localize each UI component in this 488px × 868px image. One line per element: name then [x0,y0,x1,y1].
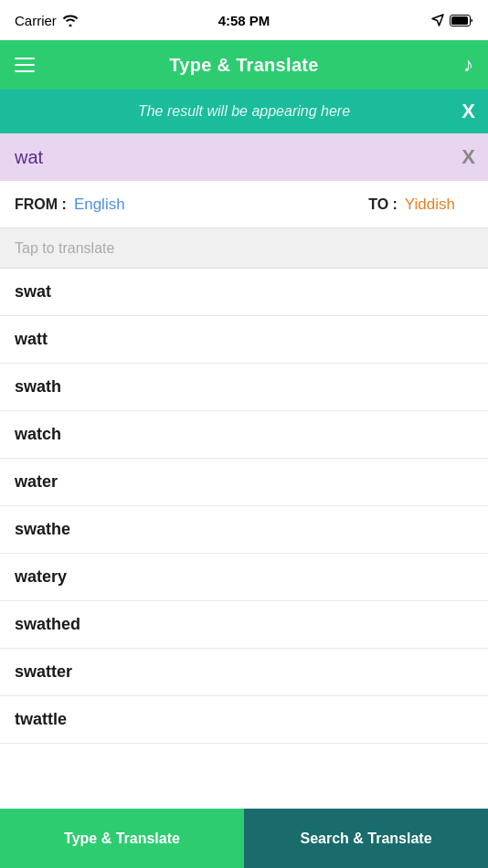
list-item[interactable]: swatter [0,649,488,696]
list-item[interactable]: swathe [0,506,488,554]
tap-translate-text: Tap to translate [15,240,114,257]
tab-type-translate-label: Type & Translate [64,831,180,847]
search-input[interactable] [15,147,473,168]
location-icon [431,14,444,26]
menu-button[interactable] [15,58,35,72]
status-bar: Carrier 4:58 PM [0,0,488,40]
tap-to-translate[interactable]: Tap to translate [0,228,488,269]
from-value[interactable]: English [74,196,125,214]
word-text: watery [15,567,67,587]
to-value[interactable]: Yiddish [405,196,455,214]
menu-line-3 [15,70,35,72]
main-content: Type & Translate ♪ The result will be ap… [0,40,488,809]
input-clear-button[interactable]: X [461,145,475,169]
from-label: FROM : [15,196,67,213]
app-header: Type & Translate ♪ [0,40,488,90]
header-title: Type & Translate [169,55,318,76]
tab-type-translate[interactable]: Type & Translate [0,809,244,868]
svg-rect-1 [451,16,468,25]
language-bar: FROM : English TO : Yiddish [0,181,488,228]
list-item[interactable]: twattle [0,696,488,744]
word-text: swat [15,282,51,302]
list-item[interactable]: watch [0,411,488,459]
battery-icon [450,15,473,26]
list-item[interactable]: swath [0,364,488,411]
word-text: swathe [15,520,70,539]
carrier-label: Carrier [15,13,57,28]
result-text: The result will be appearing here [15,103,473,120]
word-text: water [15,472,58,492]
to-language: TO : Yiddish [368,196,455,214]
wifi-icon [62,14,79,26]
tab-search-translate-label: Search & Translate [300,831,431,847]
word-text: watch [15,425,61,444]
list-item[interactable]: watt [0,316,488,364]
word-list: swatwattswathwatchwaterswathewateryswath… [0,269,488,809]
input-area: X [0,133,488,181]
menu-line-1 [15,58,35,59]
result-banner: The result will be appearing here X [0,90,488,133]
music-button[interactable]: ♪ [463,53,473,77]
status-bar-time: 4:58 PM [218,13,271,28]
word-text: swathed [15,615,80,634]
tab-bar: Type & Translate Search & Translate [0,809,488,868]
list-item[interactable]: watery [0,554,488,601]
tab-search-translate[interactable]: Search & Translate [244,809,488,868]
word-text: watt [15,330,48,349]
music-icon: ♪ [463,53,473,76]
word-text: swatter [15,662,72,682]
list-item[interactable]: swat [0,269,488,316]
status-bar-left: Carrier [15,13,79,28]
list-item[interactable]: water [0,459,488,506]
word-text: swath [15,377,61,397]
from-language: FROM : English [15,196,125,214]
menu-line-2 [15,64,35,66]
status-bar-right [431,14,473,26]
list-item[interactable]: swathed [0,601,488,649]
result-close-button[interactable]: X [461,100,475,123]
word-text: twattle [15,710,67,729]
to-label: TO : [368,196,398,213]
